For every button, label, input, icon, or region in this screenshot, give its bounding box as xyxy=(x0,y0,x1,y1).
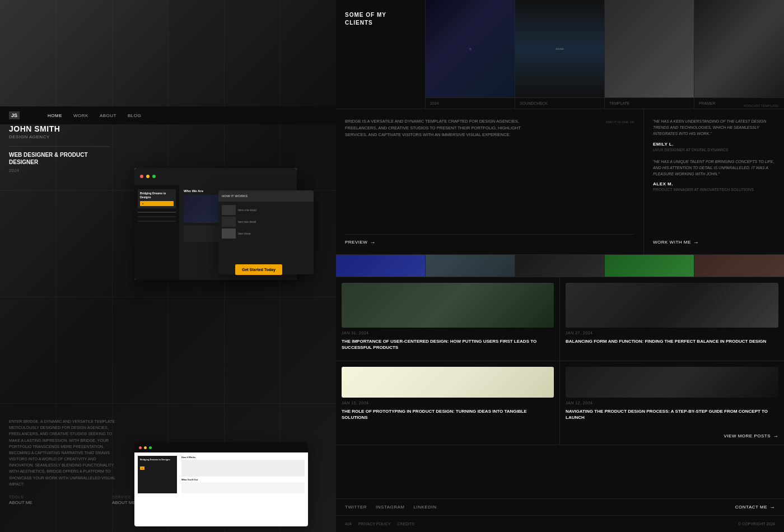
ci-cell-2 xyxy=(426,255,515,277)
mockup-card-2: How It Works Item one detail Item two de… xyxy=(218,190,314,274)
client-cell-1: ◆ 2024 xyxy=(426,0,515,109)
bp-content: Bridging Dreams to Designs ● How It Work… xyxy=(134,452,308,526)
client-cell-3: TEMPLATE xyxy=(605,0,694,109)
service-label: SERVICE xyxy=(112,495,136,499)
blog-title-2: BALANCING FORM AND FUNCTION: FINDING THE… xyxy=(566,338,778,344)
blog-thumb-3 xyxy=(342,367,554,398)
bp-btn: ● xyxy=(140,466,144,470)
blog-post-4: JAN 12, 2024 NAVIGATING THE PRODUCT DESI… xyxy=(560,361,784,445)
testimonial-quote-1: "HE HAS A KEEN UNDERSTANDING OF THE LATE… xyxy=(653,118,775,137)
bp-dot-r xyxy=(139,446,142,449)
nav-about[interactable]: ABOUT xyxy=(100,113,116,118)
main-content: SOME OF MY CLIENTS CONTACT ME → ◆ 2024 xyxy=(336,0,784,532)
portfolio-divider xyxy=(345,234,634,235)
client-label-2: SOUNDCHECK xyxy=(515,97,604,109)
blog-section: JAN 31, 2024 THE IMPORTANCE OF USER-CENT… xyxy=(336,277,784,445)
footer-bottom: 404 PRIVACY POLICY CREDITS © COPYRIGHT 2… xyxy=(336,515,784,532)
podcast-label: PODCAST TEMPLATE xyxy=(744,104,778,108)
mc2-text3: Item three xyxy=(238,232,251,236)
tools-section: TOOLS ABOUT ME xyxy=(9,495,32,505)
testimonial-name-1: EMILY L. xyxy=(653,142,775,147)
mc2-header: How It Works xyxy=(218,190,314,202)
ci-cell-5 xyxy=(694,255,784,277)
service-about-value: ABOUT ME xyxy=(112,500,136,505)
mockup-area: Bridging Dreams to Designs ● Who We Are xyxy=(134,168,319,280)
bp-content-block xyxy=(181,482,305,493)
footer-copyright: © COPYRIGHT 2024 xyxy=(738,522,775,526)
client-thumb-2: SOUND xyxy=(515,0,604,97)
preview-label: PREVIEW xyxy=(345,240,367,245)
footer-linkedin[interactable]: LINKEDIN xyxy=(414,505,437,510)
bp-main: How It Works What You'll Get xyxy=(181,456,305,493)
blog-post-3: JAN 15, 2024 THE ROLE OF PROTOTYPING IN … xyxy=(336,361,560,445)
blog-thumb-1 xyxy=(342,283,554,328)
client-img-4 xyxy=(694,0,784,97)
dot-green xyxy=(152,175,156,178)
nav-blog[interactable]: BLOG xyxy=(128,113,141,118)
bottom-preview: Bridging Dreams to Designs ● How It Work… xyxy=(134,442,308,526)
nav-work[interactable]: WORK xyxy=(73,113,88,118)
client-thumb-3 xyxy=(605,0,694,97)
work-with-me-arrow-icon: → xyxy=(693,239,699,245)
client-img-2-inner: SOUND xyxy=(515,0,604,97)
mc2-text2: Item two detail xyxy=(238,220,256,224)
bp-title: Bridging Dreams to Designs xyxy=(140,458,175,461)
hero-name: JOHN SMITH xyxy=(9,124,110,133)
view-more-arrow-icon: → xyxy=(773,433,778,439)
hero-subtitle: DESIGN AGENCY xyxy=(9,134,110,139)
mc2-img1 xyxy=(222,205,236,215)
testimonial-content: "HE HAS A KEEN UNDERSTANDING OF THE LATE… xyxy=(644,109,784,200)
bg-gradient xyxy=(0,0,168,106)
blog-img-1 xyxy=(342,283,554,328)
bp-dot-g xyxy=(149,446,152,449)
client-img-3 xyxy=(605,0,694,97)
tools-label: TOOLS xyxy=(9,495,32,499)
client-logo-2: SOUND xyxy=(556,48,563,50)
long-description: ENTER BRIDGE, A DYNAMIC AND VERSATILE TE… xyxy=(9,418,121,487)
bp-cta: What You'll Get xyxy=(181,478,305,481)
mc1-sep3 xyxy=(138,221,176,222)
footer-instagram[interactable]: INSTAGRAM xyxy=(376,505,404,510)
client-img-3-inner xyxy=(605,0,694,97)
footer-twitter[interactable]: TWITTER xyxy=(345,505,367,510)
view-more-btn[interactable]: VIEW MORE POSTS → xyxy=(724,433,778,439)
bridge-and-label: AND IT IS ONE OF xyxy=(605,120,634,124)
ci-cell-1 xyxy=(336,255,426,277)
blog-img-2 xyxy=(566,283,778,328)
hero-info: JOHN SMITH DESIGN AGENCY WEB DESIGNER & … xyxy=(9,124,110,173)
portfolio-content: BRIDGE IS A VERSATILE AND DYNAMIC TEMPLA… xyxy=(336,109,643,254)
preview-arrow-icon: → xyxy=(370,239,375,245)
mc2-body: Item one detail Item two detail Item thr… xyxy=(218,202,314,244)
blog-thumb-1-inner xyxy=(342,283,554,328)
testimonial-role-2: PRODUCT MANAGER AT INNOVATETECH SOLUTION… xyxy=(653,188,775,192)
bp-dot-y xyxy=(144,446,147,449)
footer-top: TWITTER INSTAGRAM LINKEDIN CONTACT ME → xyxy=(336,498,784,515)
footer-contact[interactable]: CONTACT ME → xyxy=(735,504,775,510)
footer-credits[interactable]: CREDITS xyxy=(397,522,414,526)
work-with-me-link[interactable]: WORK WITH ME → xyxy=(653,239,699,245)
blog-date-2: JAN 27, 2024 xyxy=(566,331,778,335)
footer-contact-label: CONTACT ME xyxy=(735,505,767,510)
preview-link[interactable]: PREVIEW → xyxy=(345,239,634,245)
footer-privacy[interactable]: PRIVACY POLICY xyxy=(358,522,391,526)
testimonial-section: "HE HAS A KEEN UNDERSTANDING OF THE LATE… xyxy=(644,109,784,255)
dot-red xyxy=(140,175,143,178)
mc2-row2: Item two detail xyxy=(222,217,310,227)
bp-section: How It Works xyxy=(181,456,305,459)
clients-header: SOME OF MY CLIENTS xyxy=(336,0,426,109)
footer-links: 404 PRIVACY POLICY CREDITS xyxy=(345,522,414,526)
footer-contact-arrow-icon: → xyxy=(769,504,775,510)
client-cell-4: FRAMER xyxy=(694,0,784,109)
mc2-text1: Item one detail xyxy=(238,208,256,212)
blog-date-3: JAN 15, 2024 xyxy=(342,401,554,405)
clients-section: SOME OF MY CLIENTS CONTACT ME → ◆ 2024 xyxy=(336,0,784,109)
client-img-2: SOUND xyxy=(515,0,604,97)
testimonial-name-2: ALEX M. xyxy=(653,181,775,186)
blog-title-1: THE IMPORTANCE OF USER-CENTERED DESIGN: … xyxy=(342,338,554,351)
client-images-row xyxy=(336,255,784,277)
footer-404[interactable]: 404 xyxy=(345,522,352,526)
mc2-img2 xyxy=(222,217,236,227)
nav-home[interactable]: HOME xyxy=(48,113,62,118)
logo: JS xyxy=(9,111,20,119)
blog-img-4 xyxy=(566,367,778,398)
